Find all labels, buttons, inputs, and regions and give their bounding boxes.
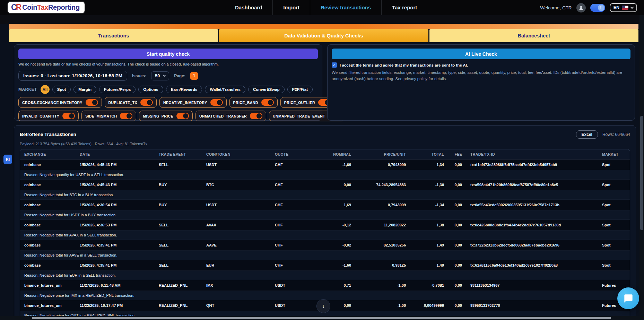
check-label: CROSS-EXCHANGE INVENTORY [22,101,82,105]
cell-trade-event: REALIZED_PNL [155,300,202,311]
toggle-on-switch[interactable] [261,99,274,106]
check-toggle-chip[interactable]: UNMATCHED_TRANSFER [195,111,266,121]
cell-total: -1,30 [410,180,448,190]
cell-market: Spot [598,240,630,251]
ai-privacy-note: We send filtered transaction fields: exc… [332,70,630,82]
market-filter-chip[interactable]: All [41,85,50,94]
check-toggle-chip[interactable]: PRICE_OUTLIER [280,97,334,108]
consent-checkbox[interactable]: ✓ [332,62,337,68]
page-number-badge[interactable]: 1 [190,72,198,80]
welcome-text: Welcome, CTR [540,5,572,10]
ai-live-check-button[interactable]: AI Live Check [332,49,630,59]
toggle-on-switch[interactable] [120,113,132,119]
market-filter-chip[interactable]: Options [138,86,163,93]
cell-trade-tx-id: tx:d1cf473c28986ff6df75ca4d7cfd23eb5d957… [466,159,598,170]
cell-coin-token: QNT [202,300,271,311]
table-row[interactable]: coinbase 1/5/2026, 4:35:41 PM SELL AAVE … [20,240,630,251]
toggle-on-switch[interactable] [140,99,153,106]
toggle-on-switch[interactable] [86,99,98,106]
horizontal-scrollbar-thumb[interactable] [32,317,611,319]
start-quality-check-button[interactable]: Start quality check [18,49,318,59]
cell-fee: 0,00 [448,180,466,190]
nav-item[interactable]: Tax report [381,0,427,15]
table-header-actions: Excel Rows: 664/664 [576,130,630,139]
nav-item[interactable]: Import [272,0,310,15]
cell-quote: CHF [271,240,312,251]
check-toggle-chip[interactable]: NEGATIVE_INVENTORY [159,97,227,108]
ai-live-check-panel: AI Live Check ✓ I accept the terms and a… [327,44,635,121]
table-row[interactable]: coinbase 1/5/2026, 4:45:43 PM SELL USDT … [20,159,630,170]
check-toggle-chip[interactable]: DUPLICATE_TX [105,97,157,108]
market-filter-chip[interactable]: Earn/Rewards [166,86,202,93]
tab[interactable]: Data Validation & Quality Checks [219,29,428,42]
cell-fee: 0,00 [448,200,466,210]
cell-exchange: coinbase [20,159,76,170]
nav-item[interactable]: Review transactions [310,0,381,15]
market-filter-chip[interactable]: Futures/Perps [99,86,136,93]
cell-trade-tx-id: tx:0c426b00d3b8e1fb434b4e2dd97e761057d91… [466,220,598,231]
cell-nominal: 0,00 [312,180,355,190]
rows-counter: Rows: 664/664 [602,132,630,137]
cell-exchange: coinbase [20,200,76,210]
avatar[interactable] [576,3,586,12]
reason-text: Reason: Negative total for EUR in a SELL… [20,271,630,280]
check-toggle-chip[interactable]: SIDE_MISMATCH [81,111,136,121]
scroll-down-button[interactable]: ↓ [316,299,330,313]
table-row[interactable]: coinbase 1/5/2026, 4:35:41 PM SELL EUR C… [20,260,630,271]
check-toggle-chip[interactable]: PRICE_BAND [229,97,278,108]
vertical-scrollbar-thumb[interactable] [640,116,643,230]
table-row[interactable]: coinbase 1/5/2026, 4:45:43 PM BUY BTC CH… [20,180,630,190]
cell-date: 11/23/2025, 10:17:47 PM [76,300,155,311]
header-spacer [0,15,644,24]
toggle-on-switch[interactable] [250,113,262,119]
col-coin-token: COIN/TOKEN [202,149,271,159]
nav-item[interactable]: Dashboard [225,0,272,15]
check-label: DUPLICATE_TX [108,101,137,105]
tab[interactable]: Balancesheet [429,29,638,42]
table-row[interactable]: coinbase 1/5/2026, 4:36:54 PM BUY USDT C… [20,200,630,210]
affected-transactions-panel: Betroffene Transaktionen Excel Rows: 664… [14,125,636,320]
cell-exchange: coinbase [20,240,76,251]
reason-text: Reason: Negative total for AAVE in a SEL… [20,251,630,260]
reason-row: Reason: Negative total for BTC in a BUY … [20,190,630,200]
toggle-on-switch[interactable] [62,113,75,119]
chat-widget-button[interactable] [617,287,639,309]
market-filter-chip[interactable]: Margin [73,86,96,93]
col-exchange: EXCHANGE [20,149,76,159]
issues-per-page-select[interactable]: 50 [151,71,169,80]
cell-coin-token: USDT [202,200,271,210]
reason-text: Reason: Negative price for IMX in a REAL… [20,291,630,300]
cell-exchange: coinbase [20,180,76,190]
market-filter-chip[interactable]: Wallet/Transfers [205,86,245,93]
check-toggle-chip[interactable]: INVALID_QUANTITY [18,111,79,121]
cell-date: 1/5/2026, 4:36:54 PM [76,200,155,210]
app-logo[interactable]: CR CoinTaxReporting [8,2,85,13]
cell-price-unit: 11,20820922 [355,220,410,231]
table-row[interactable]: coinbase 1/5/2026, 4:36:53 PM SELL AVAX … [20,220,630,231]
market-filter-chip[interactable]: P2P/Fiat [287,86,313,93]
check-toggle-chip[interactable]: CROSS-EXCHANGE INVENTORY [18,97,102,108]
cell-fee: 0,00 [448,220,466,231]
market-filter-chip[interactable]: Convert/Swap [248,86,285,93]
view-tabs: Transactions Data Validation & Quality C… [9,29,638,42]
cell-total: 1,38 [410,220,448,231]
language-selector[interactable]: EN [610,3,637,12]
market-filter-chip[interactable]: Spot [52,86,71,93]
toggle-on-switch[interactable] [176,113,189,119]
transactions-table: EXCHANGE DATE TRADE EVENT COIN/TOKEN QUO… [20,149,630,320]
reason-text: Reason: Negative total for AVAX in a SEL… [20,231,630,240]
cell-quote: USDT [271,280,312,291]
reason-text: Reason: Negative total for BTC in a BUY … [20,190,630,200]
consent-text: I accept the terms and agree that my tra… [340,63,468,67]
language-code: EN [613,5,619,10]
cell-trade-event: SELL [155,260,202,271]
ki-side-badge[interactable]: KI [3,155,12,164]
excel-export-button[interactable]: Excel [576,130,598,139]
tab[interactable]: Transactions [9,29,218,42]
dark-mode-toggle[interactable]: ☾ [590,4,605,12]
table-row[interactable]: binance_futures_um 11/27/2025, 6:11:48 A… [20,280,630,291]
check-toggle-chip[interactable]: MISSING_PRICE [139,111,192,121]
check-label: INVALID_QUANTITY [22,114,59,118]
cell-date: 1/5/2026, 4:35:41 PM [76,260,155,271]
toggle-on-switch[interactable] [210,99,223,106]
